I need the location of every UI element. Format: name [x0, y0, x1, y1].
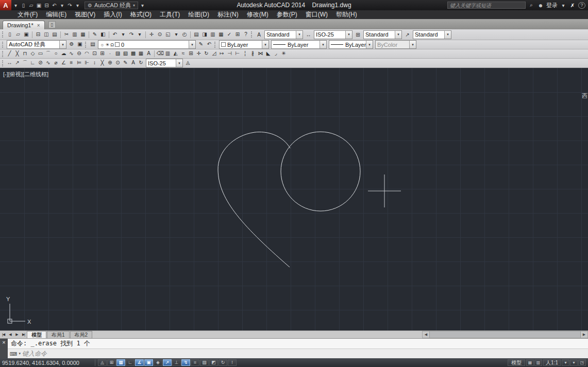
toolbar-grip[interactable]	[2, 31, 4, 38]
tool-save-icon[interactable]: ▣	[22, 31, 30, 39]
status-toggle-lineweight-icon[interactable]: ≡	[191, 359, 199, 366]
status-toggle-infer-constraints-icon[interactable]: ◬	[98, 359, 107, 366]
entity-heart-outline[interactable]	[218, 132, 290, 267]
tool-scale-icon[interactable]: ◿	[210, 50, 218, 58]
tool-redo-list-icon[interactable]: ▾	[136, 31, 144, 39]
chevron-down-icon[interactable]: ▾	[395, 31, 401, 39]
text-style-combo[interactable]: Standard ▾	[264, 30, 303, 39]
tool-gradient-icon[interactable]: ▧	[122, 50, 129, 58]
chevron-down-icon[interactable]: ▾	[366, 41, 373, 48]
tool-copy-icon[interactable]: ▥	[164, 50, 172, 58]
tool-table-icon[interactable]: ▦	[137, 50, 145, 58]
tool-array-icon[interactable]: ⊞	[187, 50, 195, 58]
tool-angular-dimension-icon[interactable]: ∠	[60, 59, 68, 67]
tool-workspace-settings-icon[interactable]: ⚙	[68, 41, 76, 48]
recent-commands-icon[interactable]: ▾	[19, 352, 21, 356]
menu-tools[interactable]: 工具(T)	[156, 10, 184, 19]
tool-jogged-dimension-icon[interactable]: ∿	[44, 59, 52, 67]
tool-line-icon[interactable]: ╱	[6, 50, 13, 58]
layout-nav-next-icon[interactable]: ▶	[13, 331, 20, 338]
workspace-combo-titlebar[interactable]: ⚙ AutoCAD 经典 ▾	[85, 2, 138, 9]
tool-layer-properties-manager-icon[interactable]: ▤	[89, 41, 97, 48]
tool-plot-preview-icon[interactable]: ◫	[42, 31, 51, 39]
tool-baseline-dimension-icon[interactable]: ⊨	[75, 59, 83, 67]
menu-modify[interactable]: 修改(M)	[243, 10, 273, 19]
tool-rectangle-icon[interactable]: ▭	[37, 50, 44, 58]
tool-dimension-break-icon[interactable]: ╳	[98, 59, 106, 67]
tool-construction-line-icon[interactable]: ╳	[13, 50, 21, 58]
status-toggle-dynamic-input-icon[interactable]: ↯	[181, 359, 190, 366]
status-statusbar-menu-icon[interactable]: ▾	[570, 359, 578, 366]
tool-join-icon[interactable]: ⋈	[257, 50, 264, 58]
tool-extend-icon[interactable]: ⊢	[233, 50, 241, 58]
tool-polyline-icon[interactable]: ⊓	[21, 50, 29, 58]
status-toggle-selection-cycling-icon[interactable]: ↻	[219, 359, 227, 366]
tool-move-icon[interactable]: ✛	[195, 50, 203, 58]
tool-rotate-icon[interactable]: ↻	[203, 50, 210, 58]
exchange-apps-icon[interactable]: ✗	[569, 2, 576, 9]
layer-combo[interactable]: ☼☀Ω 0 ▾	[98, 40, 196, 49]
status-quick-view-layouts-icon[interactable]: ▦	[526, 359, 534, 366]
tool-create-block-icon[interactable]: ⊞	[98, 50, 106, 58]
tool-dimension-text-edit-icon[interactable]: A	[129, 59, 137, 67]
keyboard-icon[interactable]: ⌨	[10, 351, 17, 357]
tool-erase-icon[interactable]: ⌫	[156, 50, 164, 58]
layer-state-layer-lock-icon[interactable]: Ω	[110, 42, 114, 47]
menu-edit[interactable]: 编辑(E)	[42, 10, 71, 19]
tool-break-icon[interactable]: ∦	[249, 50, 257, 58]
chevron-down-icon[interactable]: ▾	[189, 41, 195, 48]
status-annotation-scale-arrow-icon[interactable]: ▾	[562, 359, 569, 366]
tool-arc-icon[interactable]: ⌒	[44, 50, 52, 58]
search-icon[interactable]: ⌕	[528, 2, 535, 9]
new-drawing-tab-button[interactable]: ▯	[48, 21, 56, 28]
lineweight-combo[interactable]: ByLayer ▾	[329, 40, 373, 49]
layer-state-layer-on-icon[interactable]: ☼	[100, 42, 104, 47]
drawing-area[interactable]: YX [-][俯视][二维线框] 西	[0, 68, 588, 330]
infocenter-search-input[interactable]	[447, 2, 526, 9]
tool-save-workspace-icon[interactable]: ▣	[76, 41, 84, 48]
tool-help-icon[interactable]: ?	[242, 31, 250, 39]
tool-explode-icon[interactable]: ✳	[280, 50, 288, 58]
status-toggle-3d-object-snap-icon[interactable]: ◈	[154, 359, 162, 366]
tool-center-mark-icon[interactable]: ⊙	[114, 59, 122, 67]
status-toggle-ortho-icon[interactable]: ∟	[126, 359, 135, 366]
tool-region-icon[interactable]: ▩	[129, 50, 137, 58]
tool-qnew-icon[interactable]: ▯	[6, 31, 14, 39]
tool-layer-previous-icon[interactable]: ↶	[205, 41, 213, 48]
tool-properties-icon[interactable]: ▤	[192, 31, 200, 39]
scroll-left-icon[interactable]: ◀	[423, 331, 429, 338]
status-toggle-dynamic-ucs-icon[interactable]: ⊥	[172, 359, 181, 366]
toolbar-grip[interactable]	[251, 31, 253, 38]
tool-diameter-dimension-icon[interactable]: ⌀	[52, 59, 60, 67]
status-toggle-object-snap-tracking-icon[interactable]: ↗	[163, 359, 172, 366]
toolbar-grip[interactable]	[85, 42, 87, 48]
tool-tolerance-icon[interactable]: ⊕	[106, 59, 114, 67]
layer-state-layer-freeze-icon[interactable]: ☀	[105, 42, 109, 47]
tool-multiline-text-icon[interactable]: A	[145, 50, 153, 58]
table-style-icon[interactable]: ⊞	[354, 31, 362, 39]
chevron-down-icon[interactable]: ▾	[345, 31, 352, 39]
annotation-scale-button[interactable]: 人1:1	[543, 359, 561, 366]
menu-help[interactable]: 帮助(H)	[332, 10, 361, 19]
multileader-style-combo[interactable]: Standard ▾	[413, 30, 451, 39]
tool-block-editor-icon[interactable]: ◧	[99, 31, 107, 39]
tool-chamfer-icon[interactable]: ◣	[264, 50, 272, 58]
tool-ellipse-arc-icon[interactable]: ◠	[83, 50, 91, 58]
tool-mirror-icon[interactable]: ◭	[172, 50, 179, 58]
tool-designcenter-icon[interactable]: ◨	[200, 31, 209, 39]
layout-nav-first-icon[interactable]: |◀	[0, 331, 7, 338]
drawing-canvas[interactable]: YX	[0, 68, 588, 330]
tool-zoom-realtime-icon[interactable]: ⊙	[156, 31, 164, 39]
layout-tab-model[interactable]: 模型	[27, 331, 46, 338]
status-toggle-annotation-monitor-icon[interactable]: !	[228, 359, 237, 366]
status-toggle-polar-tracking-icon[interactable]: ∡	[135, 359, 144, 366]
tool-point-icon[interactable]: ∙	[106, 50, 114, 58]
status-toggle-grid-icon[interactable]: ▦	[116, 359, 125, 366]
menu-draw[interactable]: 绘图(D)	[184, 10, 213, 19]
chevron-down-icon[interactable]: ▾	[262, 41, 268, 48]
command-history[interactable]: 命令: _.erase 找到 1 个	[8, 339, 588, 349]
menu-window[interactable]: 窗口(W)	[301, 10, 332, 19]
user-icon[interactable]: ☻	[537, 2, 544, 9]
qat-plot-icon[interactable]: ⊟	[43, 1, 51, 9]
model-space-button[interactable]: 模型	[508, 359, 525, 366]
